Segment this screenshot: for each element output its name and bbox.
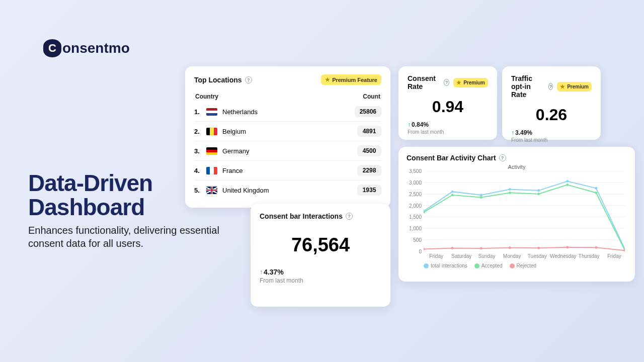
y-tick-label: 500 [407, 237, 422, 243]
premium-badge[interactable]: ★ Premium [453, 78, 488, 87]
row-country: United Kingdom [222, 187, 269, 194]
row-country: France [222, 167, 243, 174]
x-tick-label: Tuesday [525, 253, 550, 259]
brand-name: onsentmo [62, 40, 130, 56]
svg-point-12 [537, 189, 540, 192]
flag-icon [206, 187, 217, 194]
row-country: Belgium [222, 128, 246, 135]
row-count: 4500 [357, 145, 381, 156]
y-tick-label: 2,000 [407, 203, 422, 208]
top-locations-card: Top Locations ? ★ Premium Feature Countr… [185, 66, 390, 208]
row-rank: 4. [194, 167, 201, 174]
flag-icon [206, 128, 217, 135]
activity-xlabels: FridaySaturdaySundayMondayTuesdayWednesd… [424, 253, 627, 259]
help-icon[interactable]: ? [548, 83, 553, 90]
activity-plot: 05001,0001,5002,0002,5003,0003,500 [424, 171, 627, 253]
arrow-up-icon: ↑ [260, 268, 263, 276]
row-count: 2298 [357, 165, 381, 176]
traffic-rate-title: Traffic opt-in Rate [511, 74, 545, 99]
consent-rate-from: From last month [408, 129, 488, 135]
row-country: Germany [222, 147, 249, 155]
row-count: 4891 [357, 126, 381, 137]
svg-point-19 [509, 192, 511, 194]
svg-point-30 [595, 246, 597, 249]
row-rank: 3. [194, 147, 201, 155]
activity-legend: total interactions Accepted Rejected [424, 263, 627, 268]
svg-point-13 [566, 180, 569, 183]
x-tick-label: Friday [602, 253, 627, 259]
table-row: 5.United Kingdom1935 [194, 180, 381, 200]
flag-icon [206, 108, 217, 116]
interactions-title: Consent bar Interactions [260, 212, 343, 220]
legend-swatch-accepted [474, 263, 479, 268]
svg-point-28 [537, 247, 540, 249]
svg-point-11 [509, 188, 511, 191]
row-count: 1935 [357, 185, 381, 196]
star-icon: ★ [325, 76, 330, 83]
legend-swatch-total [424, 263, 429, 268]
y-tick-label: 0 [407, 249, 422, 254]
svg-point-9 [451, 191, 454, 193]
svg-point-26 [480, 247, 482, 250]
premium-badge[interactable]: ★ Premium [557, 82, 592, 92]
traffic-rate-value: 0.26 [511, 106, 592, 124]
table-row: 1.Netherlands25806 [194, 102, 381, 122]
x-tick-label: Saturday [449, 253, 474, 259]
svg-point-29 [566, 246, 569, 248]
row-rank: 1. [194, 108, 201, 116]
consent-rate-title: Consent Rate [408, 74, 441, 90]
y-tick-label: 3,000 [407, 179, 422, 185]
help-icon[interactable]: ? [245, 76, 252, 83]
x-tick-label: Thursday [577, 253, 602, 259]
svg-point-20 [537, 193, 540, 195]
star-icon: ★ [560, 83, 565, 90]
activity-subtitle: Activity [407, 164, 627, 170]
interactions-delta: ↑ 4.37% [260, 268, 381, 276]
help-icon[interactable]: ? [346, 213, 353, 220]
svg-point-21 [566, 184, 569, 186]
y-tick-label: 1,000 [407, 226, 422, 231]
traffic-rate-card: Traffic opt-in Rate ? ★ Premium 0.26 ↑ 3… [502, 66, 601, 140]
svg-point-22 [595, 192, 597, 194]
x-tick-label: Wednesday [550, 253, 577, 259]
svg-point-25 [451, 247, 454, 249]
consent-rate-value: 0.94 [408, 98, 488, 116]
row-rank: 5. [194, 187, 201, 194]
y-tick-label: 3,500 [407, 168, 422, 174]
arrow-up-icon: ↑ [408, 121, 411, 128]
star-icon: ★ [456, 79, 461, 86]
table-row: 3.Germany4500 [194, 141, 381, 161]
x-tick-label: Friday [424, 253, 449, 259]
table-row: 4.France2298 [194, 161, 381, 180]
page-subtitle: Enhances functionality, delivering essen… [28, 224, 245, 250]
x-tick-label: Monday [500, 253, 525, 259]
svg-point-27 [509, 246, 511, 249]
row-count: 25806 [355, 106, 381, 117]
help-icon[interactable]: ? [499, 154, 506, 161]
premium-badge[interactable]: ★ Premium Feature [321, 74, 381, 85]
interactions-value: 76,564 [260, 234, 381, 256]
interactions-card: Consent bar Interactions ? 76,564 ↑ 4.37… [251, 204, 390, 307]
svg-point-18 [480, 196, 482, 199]
col-count: Count [363, 93, 380, 100]
svg-point-10 [480, 194, 482, 197]
legend-swatch-rejected [510, 263, 515, 268]
svg-point-24 [424, 248, 425, 250]
help-icon[interactable]: ? [444, 79, 449, 86]
y-tick-label: 2,500 [407, 191, 422, 197]
brand-logo: C onsentmo [43, 39, 130, 57]
flag-icon [206, 147, 217, 155]
svg-point-14 [595, 187, 597, 190]
consent-rate-card: Consent Rate ? ★ Premium 0.94 ↑ 0.84% Fr… [398, 66, 497, 140]
svg-point-17 [451, 194, 454, 197]
col-country: Country [195, 93, 218, 100]
row-rank: 2. [194, 128, 201, 135]
traffic-rate-from: From last month [511, 137, 592, 143]
consent-rate-delta: ↑ 0.84% [408, 121, 488, 128]
traffic-rate-delta: ↑ 3.49% [511, 129, 592, 136]
arrow-up-icon: ↑ [511, 129, 514, 136]
activity-title: Consent Bar Activity Chart [407, 154, 496, 162]
activity-svg [424, 171, 625, 251]
interactions-from: From last month [260, 277, 381, 284]
top-locations-title: Top Locations [194, 76, 242, 84]
